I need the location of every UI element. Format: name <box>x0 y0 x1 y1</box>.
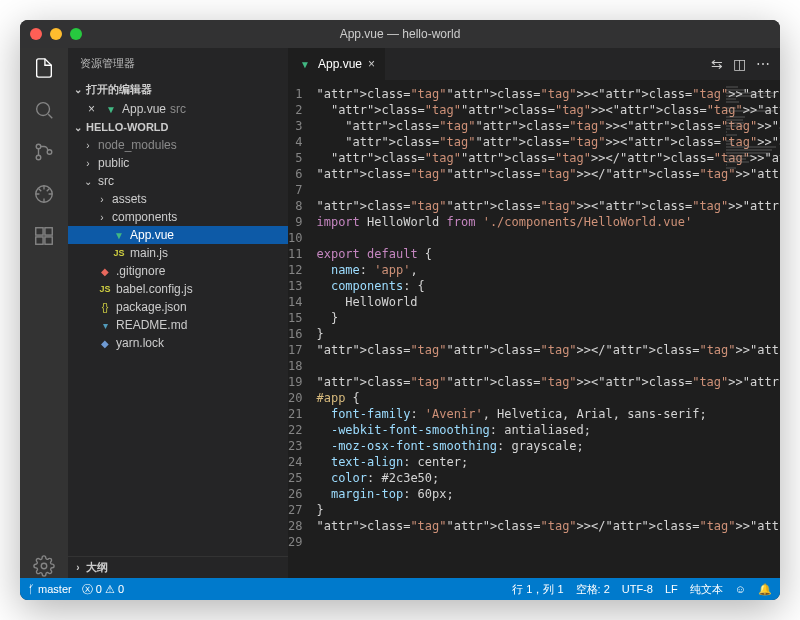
open-editor-name: App.vue <box>122 102 166 116</box>
svg-rect-5 <box>36 228 43 235</box>
tree-label: babel.config.js <box>116 282 193 296</box>
git-icon: ◆ <box>98 266 112 277</box>
tree-label: README.md <box>116 318 187 332</box>
close-button[interactable] <box>30 28 42 40</box>
tree-item[interactable]: ⌄src <box>68 172 288 190</box>
minimize-button[interactable] <box>50 28 62 40</box>
branch-indicator[interactable]: ᚶ master <box>28 583 72 595</box>
extensions-icon[interactable] <box>32 224 56 248</box>
svg-rect-8 <box>45 237 52 244</box>
yarn-icon: ◆ <box>98 338 112 349</box>
js-icon: JS <box>98 284 112 294</box>
open-editor-item[interactable]: × ▼ App.vue src <box>68 100 288 118</box>
open-editor-detail: src <box>170 102 186 116</box>
tab-label: App.vue <box>318 57 362 71</box>
debug-icon[interactable] <box>32 182 56 206</box>
tree-item[interactable]: JSmain.js <box>68 244 288 262</box>
window: App.vue — hello-world 资源管理器 ⌄打开的编辑器 × ▼ … <box>20 20 780 600</box>
chevron-icon: › <box>96 212 108 223</box>
svg-point-0 <box>37 103 50 116</box>
close-icon[interactable]: × <box>88 102 100 116</box>
tree-item[interactable]: ◆yarn.lock <box>68 334 288 352</box>
tree-item[interactable]: ›node_modules <box>68 136 288 154</box>
encoding[interactable]: UTF-8 <box>622 583 653 595</box>
source-control-icon[interactable] <box>32 140 56 164</box>
eol[interactable]: LF <box>665 583 678 595</box>
maximize-button[interactable] <box>70 28 82 40</box>
line-col[interactable]: 行 1，列 1 <box>512 582 563 597</box>
gutter: 1234567891011121314151617181920212223242… <box>288 80 316 578</box>
tab-actions: ⇆ ◫ ⋯ <box>711 48 780 80</box>
tree-label: main.js <box>130 246 168 260</box>
editor[interactable]: 1234567891011121314151617181920212223242… <box>288 80 780 578</box>
tree-label: package.json <box>116 300 187 314</box>
tree-label: src <box>98 174 114 188</box>
tree-item[interactable]: ◆.gitignore <box>68 262 288 280</box>
bell-icon[interactable]: 🔔 <box>758 583 772 596</box>
tree-label: assets <box>112 192 147 206</box>
file-tree: ›node_modules›public⌄src›assets›componen… <box>68 136 288 556</box>
chevron-icon: › <box>82 140 94 151</box>
tab-app-vue[interactable]: ▼ App.vue × <box>288 48 386 80</box>
chevron-icon: › <box>96 194 108 205</box>
activity-bar <box>20 48 68 578</box>
tabs: ▼ App.vue × ⇆ ◫ ⋯ <box>288 48 780 80</box>
vue-icon: ▼ <box>298 59 312 70</box>
open-editors-header[interactable]: ⌄打开的编辑器 <box>68 79 288 100</box>
explorer-icon[interactable] <box>32 56 56 80</box>
compare-icon[interactable]: ⇆ <box>711 56 723 72</box>
svg-point-9 <box>41 563 47 569</box>
minimap[interactable] <box>726 86 776 186</box>
tree-label: App.vue <box>130 228 174 242</box>
more-icon[interactable]: ⋯ <box>756 56 770 72</box>
svg-point-2 <box>36 155 41 160</box>
tree-item[interactable]: {}package.json <box>68 298 288 316</box>
tree-item[interactable]: ›public <box>68 154 288 172</box>
md-icon: ▾ <box>98 320 112 331</box>
svg-point-3 <box>47 150 52 155</box>
svg-rect-6 <box>45 228 52 235</box>
split-icon[interactable]: ◫ <box>733 56 746 72</box>
js-icon: JS <box>112 248 126 258</box>
settings-icon[interactable] <box>32 554 56 578</box>
close-icon[interactable]: × <box>368 57 375 71</box>
svg-rect-7 <box>36 237 43 244</box>
tree-label: public <box>98 156 129 170</box>
outline-header[interactable]: ›大纲 <box>68 556 288 578</box>
main: ▼ App.vue × ⇆ ◫ ⋯ 1234567891011121314151… <box>288 48 780 578</box>
tree-label: components <box>112 210 177 224</box>
window-title: App.vue — hello-world <box>340 27 461 41</box>
tree-item[interactable]: ›components <box>68 208 288 226</box>
spaces[interactable]: 空格: 2 <box>576 582 610 597</box>
vue-icon: ▼ <box>104 104 118 115</box>
titlebar: App.vue — hello-world <box>20 20 780 48</box>
body: 资源管理器 ⌄打开的编辑器 × ▼ App.vue src ⌄HELLO-WOR… <box>20 48 780 578</box>
traffic-lights <box>30 28 82 40</box>
search-icon[interactable] <box>32 98 56 122</box>
feedback-icon[interactable]: ☺ <box>735 583 746 595</box>
tree-label: .gitignore <box>116 264 165 278</box>
language[interactable]: 纯文本 <box>690 582 723 597</box>
tree-item[interactable]: ›assets <box>68 190 288 208</box>
code-area[interactable]: "attr">class="tag""attr">class="tag">><"… <box>316 80 780 578</box>
vue-icon: ▼ <box>112 230 126 241</box>
tree-item[interactable]: JSbabel.config.js <box>68 280 288 298</box>
sidebar: 资源管理器 ⌄打开的编辑器 × ▼ App.vue src ⌄HELLO-WOR… <box>68 48 288 578</box>
sidebar-title: 资源管理器 <box>68 48 288 79</box>
tree-label: node_modules <box>98 138 177 152</box>
problems-indicator[interactable]: ⓧ 0 ⚠ 0 <box>82 582 124 597</box>
svg-point-1 <box>36 144 41 149</box>
tree-label: yarn.lock <box>116 336 164 350</box>
json-icon: {} <box>98 302 112 313</box>
chevron-icon: › <box>82 158 94 169</box>
statusbar: ᚶ master ⓧ 0 ⚠ 0 行 1，列 1 空格: 2 UTF-8 LF … <box>20 578 780 600</box>
tree-item[interactable]: ▾README.md <box>68 316 288 334</box>
chevron-icon: ⌄ <box>82 176 94 187</box>
tree-item[interactable]: ▼App.vue <box>68 226 288 244</box>
project-header[interactable]: ⌄HELLO-WORLD <box>68 118 288 136</box>
